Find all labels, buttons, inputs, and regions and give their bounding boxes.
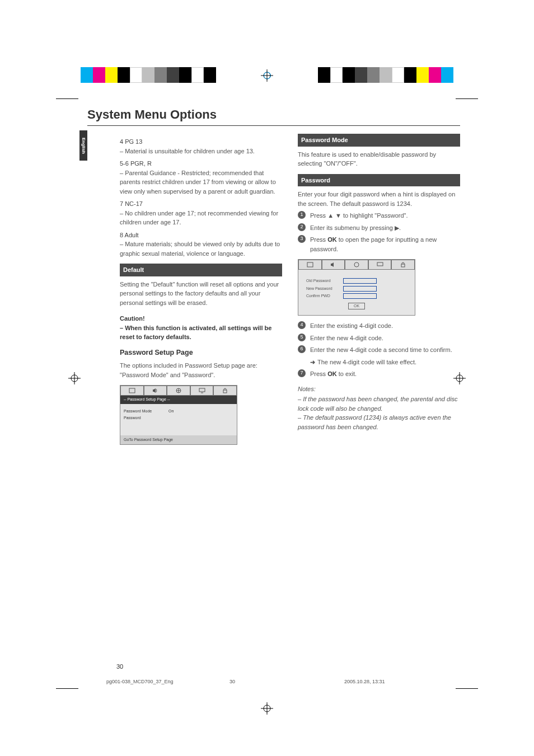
left-column: 4 PG 13 – Material is unsuitable for chi… — [87, 134, 282, 450]
step-item: 3Press OK to open the page for inputting… — [298, 235, 460, 253]
arrow-right-icon: ➜ — [310, 358, 315, 367]
screenshot-row: Old Password — [306, 278, 407, 284]
footer-filename: pg001-038_MCD700_37_Eng — [106, 679, 199, 684]
rating-head: 5-6 PGR, R — [120, 159, 282, 168]
notes-head: Notes: — [298, 384, 460, 394]
password-setup-head: Password Setup Page — [120, 348, 282, 358]
page-title: System Menu Options — [87, 107, 460, 126]
rating-head: 7 NC-17 — [120, 199, 282, 209]
print-footer: pg001-038_MCD700_37_Eng 30 2005.10.28, 1… — [106, 679, 437, 684]
step-item: 7Press OK to exit. — [298, 369, 460, 379]
registration-mark-icon — [261, 69, 273, 82]
screenshot-row: Password Mode On — [124, 408, 233, 415]
manual-page: System Menu Options 4 PG 13 – Material i… — [87, 107, 460, 450]
svg-rect-21 — [401, 264, 405, 267]
step-item: 4Enter the existing 4-digit code. — [298, 321, 460, 331]
screenshot-ok-button: OK — [348, 303, 365, 310]
footer-timestamp: 2005.10.28, 13:31 — [266, 679, 437, 684]
step-number-icon: 6 — [298, 345, 306, 353]
globe-icon — [345, 260, 368, 270]
step-substep: ➜The new 4-digit code will take effect. — [298, 358, 460, 367]
svg-rect-20 — [377, 262, 383, 266]
notes-block: Notes: – If the password has been change… — [298, 384, 460, 432]
tab-icon — [120, 386, 144, 396]
step-number-icon: 1 — [298, 211, 306, 219]
svg-rect-13 — [129, 388, 135, 393]
caution-head: Caution! — [120, 314, 282, 323]
rating-head: 8 Adult — [120, 231, 282, 240]
step-number-icon: 4 — [298, 321, 306, 329]
password-body: Enter your four digit password when a hi… — [298, 190, 460, 208]
color-bars-top-left — [81, 67, 216, 83]
screenshot-header: -- Password Setup Page -- — [120, 396, 237, 404]
speaker-icon — [322, 260, 345, 270]
step-item: 6Enter the new 4-digit code a second tim… — [298, 345, 460, 355]
language-tab: English — [79, 130, 87, 161]
password-setup-screenshot: -- Password Setup Page -- Password Mode … — [120, 385, 237, 445]
svg-point-19 — [354, 262, 359, 267]
monitor-icon — [190, 386, 214, 396]
rating-body: – Parental Guidance - Restricted; recomm… — [120, 168, 282, 196]
rating-head: 4 PG 13 — [120, 137, 282, 147]
svg-rect-17 — [223, 390, 227, 393]
password-setup-body: The options included in Password Setup p… — [120, 361, 282, 379]
default-body: Setting the "Default" function will rese… — [120, 280, 282, 308]
password-mode-body: This feature is used to enable/disable p… — [298, 150, 460, 168]
monitor-icon — [368, 260, 392, 270]
rating-body: – Mature materials; should be viewed onl… — [120, 240, 282, 258]
footer-page: 30 — [199, 679, 266, 684]
page-number: 30 — [116, 663, 123, 670]
screenshot-row: Password — [124, 415, 233, 421]
step-item: 5Enter the new 4-digit code. — [298, 334, 460, 343]
registration-mark-icon — [261, 702, 273, 715]
note-item: – The default password (1234) is always … — [298, 413, 460, 431]
step-number-icon: 3 — [298, 235, 306, 243]
step-item: 2Enter its submenu by pressing ▶. — [298, 223, 460, 233]
color-bars-top-right — [318, 67, 453, 83]
svg-rect-18 — [307, 262, 313, 267]
tab-icon — [298, 260, 322, 270]
section-bar-default: Default — [120, 264, 282, 276]
registration-mark-icon — [68, 372, 81, 384]
globe-icon — [167, 386, 190, 396]
step-number-icon: 2 — [298, 223, 306, 231]
right-column: Password Mode This feature is used to en… — [298, 134, 460, 450]
lock-icon — [391, 260, 415, 270]
section-bar-password: Password — [298, 174, 460, 187]
screenshot-row: Confirm PWD — [306, 293, 407, 299]
screenshot-footer: GoTo Password Setup Page — [120, 435, 237, 445]
section-bar-password-mode: Password Mode — [298, 134, 460, 147]
step-item: 1Press ▲ ▼ to highlight "Password". — [298, 211, 460, 220]
lock-icon — [213, 386, 237, 396]
rating-body: – No children under age 17; not recommen… — [120, 209, 282, 227]
screenshot-row: New Password — [306, 286, 407, 292]
step-number-icon: 5 — [298, 334, 306, 341]
caution-body: – When this function is activated, all s… — [120, 323, 282, 342]
rating-body: – Material is unsuitable for children un… — [120, 147, 282, 156]
speaker-icon — [144, 386, 167, 396]
step-number-icon: 7 — [298, 369, 306, 377]
note-item: – If the password has been changed, the … — [298, 395, 460, 413]
svg-rect-15 — [199, 388, 205, 392]
password-input-screenshot: Old Password New Password Confirm PWD OK — [298, 259, 415, 316]
